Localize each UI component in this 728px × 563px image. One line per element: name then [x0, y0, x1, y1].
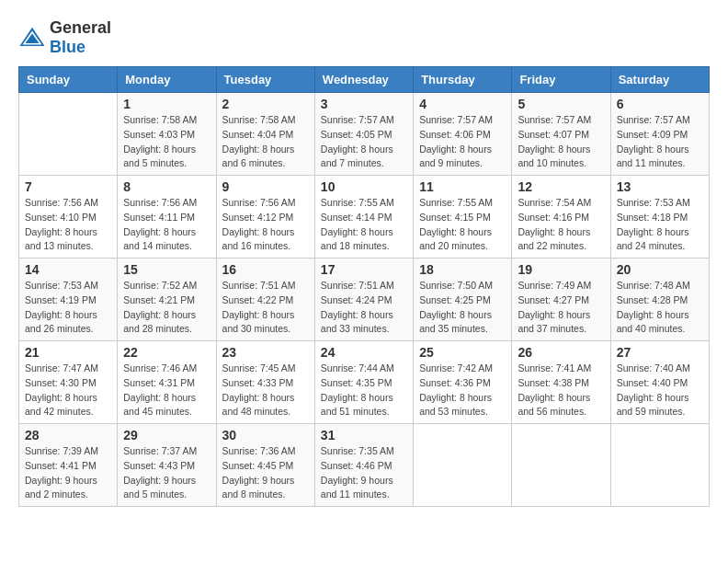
calendar-cell [610, 424, 709, 507]
day-number: 30 [222, 428, 309, 442]
day-number: 31 [321, 428, 407, 442]
day-info: Sunrise: 7:53 AMSunset: 4:19 PMDaylight:… [25, 279, 111, 337]
calendar-cell: 31Sunrise: 7:35 AMSunset: 4:46 PMDayligh… [314, 424, 413, 507]
calendar-cell: 1Sunrise: 7:58 AMSunset: 4:03 PMDaylight… [118, 93, 216, 176]
day-header-tuesday: Tuesday [216, 67, 314, 93]
day-number: 11 [419, 179, 506, 194]
calendar-cell: 10Sunrise: 7:55 AMSunset: 4:14 PMDayligh… [314, 176, 413, 259]
day-info: Sunrise: 7:58 AMSunset: 4:03 PMDaylight:… [123, 113, 210, 171]
day-number: 27 [617, 345, 703, 360]
day-number: 3 [321, 97, 407, 111]
day-info: Sunrise: 7:46 AMSunset: 4:31 PMDaylight:… [123, 362, 210, 419]
day-info: Sunrise: 7:39 AMSunset: 4:41 PMDaylight:… [25, 444, 111, 502]
page-header: General Blue [18, 18, 710, 57]
day-number: 13 [617, 179, 703, 194]
day-info: Sunrise: 7:51 AMSunset: 4:22 PMDaylight:… [222, 279, 309, 337]
day-info: Sunrise: 7:48 AMSunset: 4:28 PMDaylight:… [617, 279, 703, 337]
day-info: Sunrise: 7:35 AMSunset: 4:46 PMDaylight:… [321, 444, 407, 502]
day-info: Sunrise: 7:57 AMSunset: 4:05 PMDaylight:… [321, 113, 407, 171]
calendar-cell [19, 93, 118, 176]
day-number: 29 [123, 428, 210, 442]
day-number: 16 [222, 262, 309, 277]
calendar-cell: 25Sunrise: 7:42 AMSunset: 4:36 PMDayligh… [414, 341, 512, 424]
day-number: 28 [25, 428, 111, 442]
calendar-cell: 8Sunrise: 7:56 AMSunset: 4:11 PMDaylight… [118, 176, 216, 259]
day-number: 2 [222, 97, 309, 111]
day-header-monday: Monday [118, 67, 216, 93]
calendar-cell: 30Sunrise: 7:36 AMSunset: 4:45 PMDayligh… [216, 424, 314, 507]
logo-blue-text: Blue [50, 38, 85, 56]
day-number: 10 [321, 179, 407, 194]
day-info: Sunrise: 7:56 AMSunset: 4:11 PMDaylight:… [123, 196, 210, 254]
day-info: Sunrise: 7:57 AMSunset: 4:06 PMDaylight:… [419, 113, 506, 171]
day-info: Sunrise: 7:49 AMSunset: 4:27 PMDaylight:… [518, 279, 604, 337]
calendar-cell: 9Sunrise: 7:56 AMSunset: 4:12 PMDaylight… [216, 176, 314, 259]
calendar-cell: 5Sunrise: 7:57 AMSunset: 4:07 PMDaylight… [512, 93, 610, 176]
day-info: Sunrise: 7:50 AMSunset: 4:25 PMDaylight:… [419, 279, 506, 337]
day-info: Sunrise: 7:40 AMSunset: 4:40 PMDaylight:… [617, 362, 703, 419]
day-header-saturday: Saturday [610, 67, 709, 93]
day-info: Sunrise: 7:53 AMSunset: 4:18 PMDaylight:… [617, 196, 703, 254]
calendar-cell: 29Sunrise: 7:37 AMSunset: 4:43 PMDayligh… [118, 424, 216, 507]
day-info: Sunrise: 7:56 AMSunset: 4:10 PMDaylight:… [25, 196, 111, 254]
day-info: Sunrise: 7:58 AMSunset: 4:04 PMDaylight:… [222, 113, 309, 171]
logo-general-text: General [50, 18, 111, 37]
day-number: 7 [25, 179, 111, 194]
day-info: Sunrise: 7:54 AMSunset: 4:16 PMDaylight:… [518, 196, 604, 254]
day-number: 12 [518, 179, 604, 194]
day-number: 21 [25, 345, 111, 360]
day-info: Sunrise: 7:56 AMSunset: 4:12 PMDaylight:… [222, 196, 309, 254]
calendar-cell: 4Sunrise: 7:57 AMSunset: 4:06 PMDaylight… [414, 93, 512, 176]
day-info: Sunrise: 7:52 AMSunset: 4:21 PMDaylight:… [123, 279, 210, 337]
day-info: Sunrise: 7:45 AMSunset: 4:33 PMDaylight:… [222, 362, 309, 419]
day-header-friday: Friday [512, 67, 610, 93]
calendar-cell: 6Sunrise: 7:57 AMSunset: 4:09 PMDaylight… [610, 93, 709, 176]
day-number: 1 [123, 97, 210, 111]
calendar-cell: 14Sunrise: 7:53 AMSunset: 4:19 PMDayligh… [19, 259, 118, 341]
calendar-cell: 12Sunrise: 7:54 AMSunset: 4:16 PMDayligh… [512, 176, 610, 259]
calendar-cell: 7Sunrise: 7:56 AMSunset: 4:10 PMDaylight… [19, 176, 118, 259]
day-number: 5 [518, 97, 604, 111]
calendar-cell: 19Sunrise: 7:49 AMSunset: 4:27 PMDayligh… [512, 259, 610, 341]
day-number: 25 [419, 345, 506, 360]
logo: General Blue [18, 18, 111, 57]
calendar-cell: 23Sunrise: 7:45 AMSunset: 4:33 PMDayligh… [216, 341, 314, 424]
day-number: 6 [617, 97, 703, 111]
day-number: 22 [123, 345, 210, 360]
calendar-cell: 2Sunrise: 7:58 AMSunset: 4:04 PMDaylight… [216, 93, 314, 176]
day-info: Sunrise: 7:57 AMSunset: 4:07 PMDaylight:… [518, 113, 604, 171]
calendar-cell: 15Sunrise: 7:52 AMSunset: 4:21 PMDayligh… [118, 259, 216, 341]
day-number: 14 [25, 262, 111, 277]
day-info: Sunrise: 7:57 AMSunset: 4:09 PMDaylight:… [617, 113, 703, 171]
day-number: 15 [123, 262, 210, 277]
day-info: Sunrise: 7:41 AMSunset: 4:38 PMDaylight:… [518, 362, 604, 419]
day-number: 9 [222, 179, 309, 194]
day-info: Sunrise: 7:55 AMSunset: 4:15 PMDaylight:… [419, 196, 506, 254]
day-info: Sunrise: 7:51 AMSunset: 4:24 PMDaylight:… [321, 279, 407, 337]
calendar-cell [414, 424, 512, 507]
day-header-thursday: Thursday [414, 67, 512, 93]
calendar-cell: 22Sunrise: 7:46 AMSunset: 4:31 PMDayligh… [118, 341, 216, 424]
day-number: 24 [321, 345, 407, 360]
calendar-cell: 13Sunrise: 7:53 AMSunset: 4:18 PMDayligh… [610, 176, 709, 259]
day-info: Sunrise: 7:42 AMSunset: 4:36 PMDaylight:… [419, 362, 506, 419]
day-number: 23 [222, 345, 309, 360]
calendar-cell: 20Sunrise: 7:48 AMSunset: 4:28 PMDayligh… [610, 259, 709, 341]
calendar-cell: 27Sunrise: 7:40 AMSunset: 4:40 PMDayligh… [610, 341, 709, 424]
day-number: 18 [419, 262, 506, 277]
calendar-table: SundayMondayTuesdayWednesdayThursdayFrid… [18, 66, 710, 507]
day-number: 17 [321, 262, 407, 277]
day-info: Sunrise: 7:36 AMSunset: 4:45 PMDaylight:… [222, 444, 309, 502]
calendar-cell: 24Sunrise: 7:44 AMSunset: 4:35 PMDayligh… [314, 341, 413, 424]
calendar-cell: 26Sunrise: 7:41 AMSunset: 4:38 PMDayligh… [512, 341, 610, 424]
day-number: 8 [123, 179, 210, 194]
day-number: 19 [518, 262, 604, 277]
calendar-cell: 21Sunrise: 7:47 AMSunset: 4:30 PMDayligh… [19, 341, 118, 424]
day-number: 26 [518, 345, 604, 360]
day-info: Sunrise: 7:47 AMSunset: 4:30 PMDaylight:… [25, 362, 111, 419]
day-info: Sunrise: 7:55 AMSunset: 4:14 PMDaylight:… [321, 196, 407, 254]
day-header-sunday: Sunday [19, 67, 118, 93]
calendar-cell: 28Sunrise: 7:39 AMSunset: 4:41 PMDayligh… [19, 424, 118, 507]
calendar-cell: 3Sunrise: 7:57 AMSunset: 4:05 PMDaylight… [314, 93, 413, 176]
day-number: 4 [419, 97, 506, 111]
